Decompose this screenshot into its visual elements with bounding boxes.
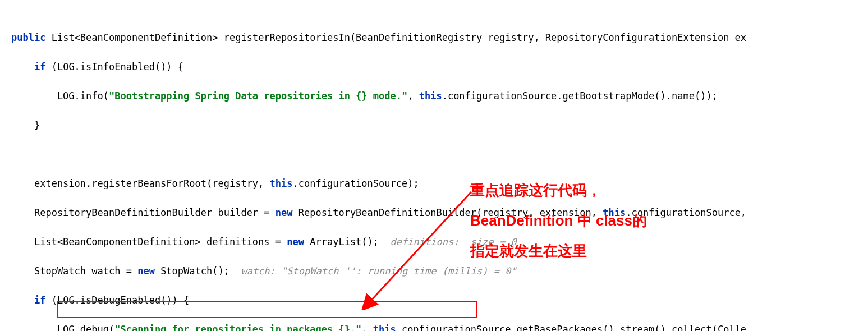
code-line: extension.registerBeansForRoot(registry,…	[0, 176, 868, 191]
code-line: LOG.info("Bootstrapping Spring Data repo…	[0, 89, 868, 103]
inline-hint: definitions: size = 0	[391, 236, 517, 247]
code-line	[0, 147, 868, 162]
keyword-this: this	[603, 207, 626, 218]
code-line: LOG.debug("Scanning for repositories in …	[0, 322, 868, 331]
code-line: if (LOG.isDebugEnabled()) {	[0, 293, 868, 307]
code-line: RepositoryBeanDefinitionBuilder builder …	[0, 205, 868, 220]
code-line: }	[0, 118, 868, 132]
code-line: StopWatch watch = new StopWatch(); watch…	[0, 264, 868, 278]
keyword-this: this	[373, 324, 396, 331]
code-line: if (LOG.isInfoEnabled()) {	[0, 59, 868, 74]
keyword-this: this	[270, 178, 293, 189]
keyword-new: new	[137, 265, 155, 277]
string-literal: "Scanning for repositories in packages {…	[114, 324, 361, 331]
keyword-if: if	[34, 295, 45, 306]
inline-hint: watch: "StopWatch '': running time (mill…	[241, 265, 516, 277]
code-line: List<BeanComponentDefinition> definition…	[0, 235, 868, 249]
keyword-new: new	[275, 207, 293, 218]
code-line: public List<BeanComponentDefinition> reg…	[0, 30, 868, 45]
code-editor[interactable]: public List<BeanComponentDefinition> reg…	[0, 0, 868, 331]
keyword-if: if	[34, 61, 45, 72]
keyword-new: new	[287, 236, 304, 247]
keyword-public: public	[11, 32, 45, 43]
keyword-this: this	[419, 90, 442, 102]
string-literal: "Bootstrapping Spring Data repositories …	[109, 90, 407, 102]
